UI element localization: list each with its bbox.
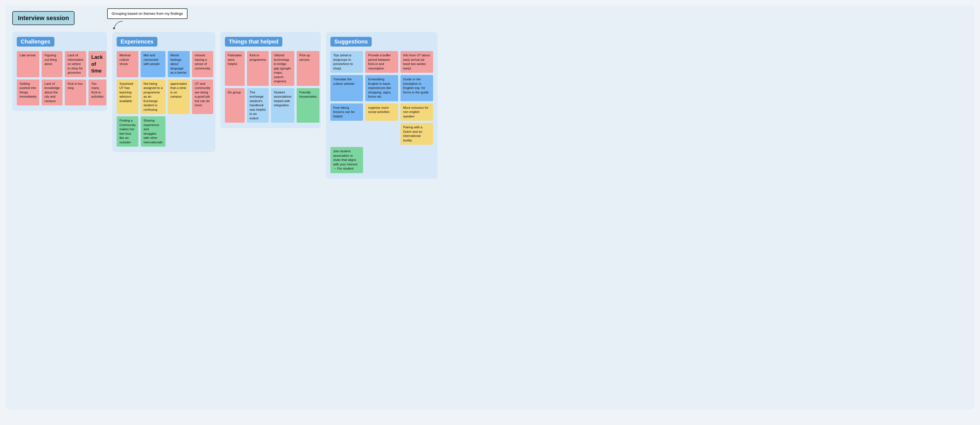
experiences-board: Experiences Minimal culture shock Met an…: [112, 32, 215, 152]
card-too-many-kickin: Too many Kick-in activities: [89, 79, 106, 106]
callout-area: Grouping based on themes from my finding…: [107, 8, 188, 31]
card-surprised-ut: Surprised UT has teaching advisors avail…: [117, 79, 138, 114]
card-lack-knowledge: Lack of knowledge about the city and cam…: [41, 79, 62, 106]
card-pickup-service: Pick-up service: [297, 51, 320, 86]
card-handbook: The exchange student's handbook was help…: [247, 88, 269, 123]
card-empty-2: [192, 116, 213, 147]
card-kickin-long: Kick-in too long: [65, 79, 86, 106]
card-met-connected: Met and connected with people: [141, 51, 165, 77]
card-lack-time: Lack of time: [89, 51, 106, 77]
card-late-arrival: Late arrival: [17, 51, 39, 77]
top-area: Interview session Grouping based on them…: [12, 11, 968, 25]
card-embedding-english: Embedding English in basic experiences l…: [365, 75, 398, 101]
card-pairing-dutch: Pairing with a Dutch and an internationa…: [401, 123, 433, 145]
boards-row: Challenges Late arrival Figuring out thi…: [12, 32, 968, 179]
experiences-cards: Minimal culture shock Met and connected …: [117, 51, 211, 147]
card-translate-culture: Translate the culture website: [330, 75, 363, 101]
card-empty-3: [330, 123, 363, 145]
card-info-early: Info from UT about early arrival (at lea…: [401, 51, 433, 73]
card-getting-pushed: Getting pushed into things immediately: [17, 79, 39, 106]
challenges-title: Challenges: [17, 37, 54, 47]
card-missed-community: missed having a sense of community: [192, 51, 213, 77]
card-buffer-period: Provide a buffer period between Kick-in …: [365, 51, 398, 73]
suggestions-board: Suggestions Tips (what to do/groups to j…: [326, 32, 438, 179]
card-organise-social: organise more social activities: [365, 103, 398, 121]
card-sharing-experience: Sharing experience and struggles with ot…: [141, 116, 165, 147]
card-not-assigned: Not being assigned to a programme as an …: [141, 79, 165, 114]
card-technology: Utilized technology to bridge gap (googl…: [271, 51, 294, 86]
card-student-assoc: Student associations helped with integra…: [271, 88, 294, 123]
card-join-student: Join student association or clubs that a…: [330, 147, 363, 173]
challenges-cards: Late arrival Figuring out thing alone La…: [17, 51, 103, 105]
card-empty-4: [365, 123, 398, 145]
card-kickin-programme: Kick-in programme: [247, 51, 269, 86]
card-appreciates-clinic: appreciates that a clinic is on campus: [168, 79, 190, 114]
card-do-group: Do group: [225, 88, 245, 123]
card-minimal-culture: Minimal culture shock: [117, 51, 138, 77]
experiences-title: Experiences: [117, 37, 158, 47]
page-wrapper: Interview session Grouping based on them…: [6, 6, 974, 409]
card-mixed-feelings: Mixed feelings about language as a barri…: [168, 51, 190, 77]
challenges-board: Challenges Late arrival Figuring out thi…: [12, 32, 107, 111]
card-guide-translation: Guide or the translation in English esp.…: [401, 75, 433, 101]
card-empty-1: [168, 116, 190, 147]
card-finding-community: Finding a Community makes her feel less …: [117, 116, 138, 147]
callout-box: Grouping based on themes from my finding…: [107, 8, 188, 19]
card-friendly-housemates: Friendly housemates: [297, 88, 320, 123]
suggestions-title: Suggestions: [330, 37, 372, 47]
callout-arrow-icon: [110, 20, 127, 31]
suggestions-cards: Tips (what to do/groups to joins/where t…: [330, 51, 433, 173]
things-helped-cards: Flatmates were helpful Kick-in programme…: [225, 51, 317, 123]
card-biking-lessons: Free biking lessons can be helpful: [330, 103, 363, 121]
things-helped-title: Things that helped: [225, 37, 282, 47]
card-figuring-out: Figuring out thing alone: [41, 51, 62, 77]
card-tips: Tips (what to do/groups to joins/where t…: [330, 51, 363, 73]
card-ut-community: UT and community are doing a good job bu…: [192, 79, 213, 114]
card-lack-info: Lack of information on where to shop for…: [65, 51, 86, 77]
interview-badge: Interview session: [12, 11, 75, 25]
card-flatmates: Flatmates were helpful: [225, 51, 245, 86]
card-more-inclusion: More inclusion for non english speaker: [401, 103, 433, 121]
things-helped-board: Things that helped Flatmates were helpfu…: [220, 32, 321, 128]
